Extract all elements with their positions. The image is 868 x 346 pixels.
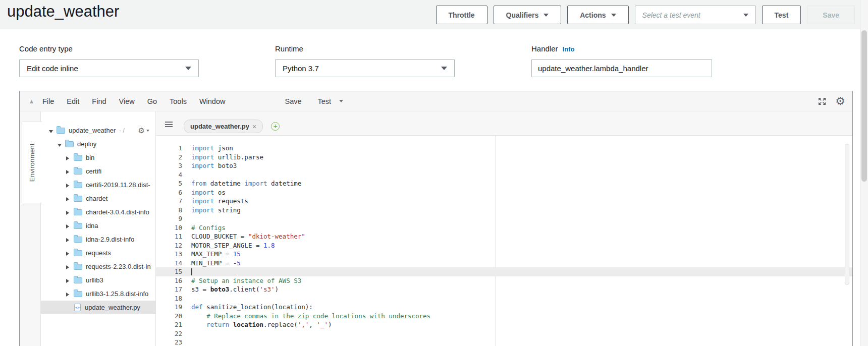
tree-item-label: deploy	[77, 140, 96, 148]
test-event-select[interactable]: Select a test event	[635, 6, 756, 24]
chevron-right-icon[interactable]	[66, 237, 73, 242]
menu-go[interactable]: Go	[147, 97, 157, 105]
tree-folder-update-weather[interactable]: update_weather- /⚙	[41, 124, 155, 137]
chevron-right-icon[interactable]	[66, 251, 73, 256]
chevron-right-icon[interactable]	[66, 264, 73, 269]
chevron-right-icon[interactable]	[66, 210, 73, 215]
code-line-6[interactable]: 6import os	[156, 188, 852, 197]
collapse-editor-icon[interactable]: ▲	[30, 99, 33, 104]
folder-icon	[74, 264, 82, 270]
qualifiers-button[interactable]: Qualifiers	[494, 6, 562, 24]
menu-view[interactable]: View	[119, 97, 135, 105]
chevron-right-icon[interactable]	[66, 196, 73, 201]
menu-window[interactable]: Window	[199, 97, 226, 105]
code-entry-type-field: Code entry type Edit code inline	[19, 44, 199, 77]
actions-button-label: Actions	[580, 11, 606, 19]
code-line-22[interactable]: 22	[156, 329, 852, 338]
code-line-13[interactable]: 13MAX_TEMP = 15	[156, 250, 852, 259]
code-line-15[interactable]: 15	[156, 267, 852, 276]
actions-button[interactable]: Actions	[567, 6, 628, 24]
menu-file[interactable]: File	[42, 97, 54, 105]
menu-find[interactable]: Find	[92, 97, 106, 105]
tab-environment[interactable]: Environment	[22, 122, 42, 203]
code-entry-type-select[interactable]: Edit code inline	[19, 59, 199, 77]
code-line-3[interactable]: 3import boto3	[156, 161, 852, 170]
close-icon[interactable]: ×	[252, 123, 256, 131]
tree-folder-requests-2-23-0-dist-in[interactable]: requests-2.23.0.dist-in	[41, 260, 155, 273]
handler-info-link[interactable]: Info	[563, 45, 575, 53]
menu-edit[interactable]: Edit	[67, 97, 79, 105]
code-line-7[interactable]: 7import requests	[156, 197, 852, 206]
tree-folder-idna-2-9-dist-info[interactable]: idna-2.9.dist-info	[41, 233, 155, 246]
line-number: 10	[156, 223, 183, 233]
tree-folder-urllib3[interactable]: urllib3	[41, 273, 155, 287]
chevron-down-icon[interactable]	[49, 128, 56, 133]
code-text: CLOUD_BUCKET = "dkiot-weather"	[183, 232, 305, 241]
qualifiers-button-label: Qualifiers	[506, 11, 539, 19]
chevron-right-icon[interactable]	[66, 292, 73, 297]
code-line-9[interactable]: 9	[156, 214, 852, 223]
code-line-16[interactable]: 16# Setup an instance of AWS S3	[156, 276, 852, 285]
page-scrollbar-thumb[interactable]	[861, 30, 867, 182]
chevron-right-icon[interactable]	[66, 278, 73, 283]
code-line-5[interactable]: 5from datetime import datetime	[156, 179, 852, 188]
page-title: update_weather	[7, 3, 119, 21]
code-line-2[interactable]: 2import urllib.parse	[156, 153, 852, 162]
code-line-20[interactable]: 20 # Replace commas in the zip code loca…	[156, 312, 852, 321]
line-number: 2	[156, 153, 183, 162]
tree-folder-certifi-2019-11-28-dist[interactable]: certifi-2019.11.28.dist-	[41, 178, 155, 192]
editor-scrollbar[interactable]	[845, 144, 849, 285]
tree-folder-chardet-3-0-4-dist-info[interactable]: chardet-3.0.4.dist-info	[41, 205, 155, 219]
code-line-17[interactable]: 17s3 = boto3.client('s3')	[156, 285, 852, 294]
handler-input[interactable]	[531, 59, 712, 77]
line-number: 20	[156, 312, 183, 321]
folder-icon	[74, 168, 82, 175]
code-line-21[interactable]: 21 return location.replace(',', '_')	[156, 320, 852, 329]
code-line-18[interactable]: 18	[156, 294, 852, 303]
code-line-1[interactable]: 1import json	[156, 144, 852, 153]
tree-file-update-weather-py[interactable]: <>update_weather.py	[41, 301, 155, 314]
tree-item-label: bin	[86, 154, 94, 161]
tree-folder-requests[interactable]: requests	[41, 246, 155, 260]
code-line-19[interactable]: 19def sanitize_location(location):	[156, 303, 852, 312]
tree-folder-urllib3-1-25-8-dist-info[interactable]: urllib3-1.25.8.dist-info	[41, 287, 155, 301]
code-line-12[interactable]: 12MOTOR_STEP_ANGLE = 1.8	[156, 241, 852, 250]
tree-folder-idna[interactable]: idna	[41, 219, 155, 233]
chevron-down-icon[interactable]	[58, 142, 65, 147]
code-line-4[interactable]: 4	[156, 170, 852, 180]
tree-folder-certifi[interactable]: certifi	[41, 164, 155, 178]
tree-folder-bin[interactable]: bin	[41, 151, 155, 164]
page-scrollbar[interactable]	[860, 0, 868, 346]
code-text: # Configs	[183, 223, 226, 233]
tab-list-icon[interactable]	[165, 122, 173, 127]
code-line-14[interactable]: 14MIN_TEMP = -5	[156, 259, 852, 268]
tree-folder-chardet[interactable]: chardet	[41, 192, 155, 205]
tree-folder-deploy[interactable]: deploy	[41, 137, 155, 151]
tab-update-weather-py[interactable]: update_weather.py ×	[184, 120, 263, 133]
folder-icon	[57, 128, 65, 134]
code-line-8[interactable]: 8import string	[156, 206, 852, 215]
code-line-23[interactable]: 23	[156, 338, 852, 346]
tree-item-label: requests	[86, 249, 111, 257]
runtime-select[interactable]: Python 3.7	[275, 59, 455, 77]
throttle-button[interactable]: Throttle	[436, 6, 487, 24]
code-line-10[interactable]: 10# Configs	[156, 223, 852, 233]
fullscreen-icon[interactable]	[817, 96, 827, 106]
new-tab-icon[interactable]: +	[271, 122, 280, 131]
file-tree: update_weather- /⚙deploybincertificertif…	[41, 111, 156, 346]
editor-save-menu[interactable]: Save	[285, 97, 301, 105]
chevron-right-icon[interactable]	[66, 183, 73, 188]
gear-icon[interactable]: ⚙	[835, 96, 845, 107]
editor-test-menu[interactable]: Test	[318, 97, 332, 105]
chevron-right-icon[interactable]	[66, 223, 73, 228]
chevron-down-icon[interactable]	[339, 100, 343, 102]
code-line-11[interactable]: 11CLOUD_BUCKET = "dkiot-weather"	[156, 232, 852, 241]
code-editor[interactable]: 1import json2import urllib.parse3import …	[156, 136, 852, 346]
tab-label: update_weather.py	[190, 123, 249, 130]
test-button[interactable]: Test	[762, 6, 801, 24]
chevron-right-icon[interactable]	[66, 169, 73, 174]
menu-tools[interactable]: Tools	[170, 97, 187, 105]
editor-menubar: ▲ FileEditFindViewGoToolsWindow Save Tes…	[20, 91, 852, 111]
chevron-right-icon[interactable]	[66, 155, 73, 160]
gear-icon[interactable]: ⚙	[138, 126, 149, 135]
